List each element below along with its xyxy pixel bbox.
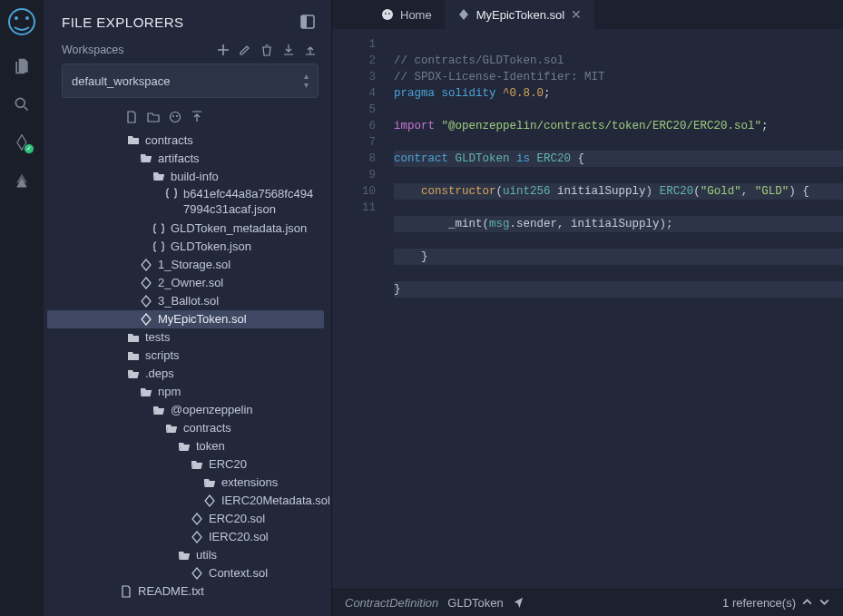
tree-item[interactable]: b641efc44a8a7568fc4947994c31acaf.json bbox=[47, 185, 324, 220]
sol-icon bbox=[191, 567, 203, 580]
status-name: GLDToken bbox=[447, 596, 503, 610]
svg-point-1 bbox=[15, 16, 18, 20]
tree-item[interactable]: Context.sol bbox=[47, 564, 324, 582]
folder-open-icon bbox=[178, 549, 191, 562]
deploy-icon[interactable] bbox=[12, 171, 32, 191]
search-icon[interactable] bbox=[12, 94, 32, 114]
sol-icon bbox=[140, 259, 152, 271]
code-content[interactable]: // contracts/GLDToken.sol // SPDX-Licens… bbox=[387, 29, 843, 589]
tree-item[interactable]: tests bbox=[47, 328, 324, 347]
tree-item-label: scripts bbox=[145, 348, 180, 362]
tree-item-label: .deps bbox=[145, 367, 174, 380]
compile-success-badge bbox=[24, 143, 34, 154]
sol-icon bbox=[191, 531, 203, 543]
tree-item[interactable]: scripts bbox=[47, 347, 324, 365]
create-workspace-icon[interactable] bbox=[217, 44, 230, 56]
new-file-icon[interactable] bbox=[125, 111, 138, 123]
tree-item[interactable]: contracts bbox=[47, 131, 324, 149]
code-editor[interactable]: 1234567891011 // contracts/GLDToken.sol … bbox=[332, 29, 843, 589]
tree-item[interactable]: npm bbox=[47, 383, 324, 401]
close-tab-icon[interactable]: ✕ bbox=[571, 7, 582, 22]
folder-open-icon bbox=[152, 170, 165, 182]
status-kind: ContractDefinition bbox=[345, 596, 438, 610]
workspace-select[interactable]: default_workspace ▴▾ bbox=[62, 64, 319, 98]
tree-item-label: contracts bbox=[183, 421, 231, 435]
tree-item[interactable]: GLDToken.json bbox=[47, 238, 324, 256]
gist-icon[interactable] bbox=[169, 111, 181, 123]
tree-item[interactable]: artifacts bbox=[47, 149, 324, 167]
workspaces-label: Workspaces bbox=[62, 44, 124, 56]
remix-logo[interactable] bbox=[5, 5, 38, 38]
svg-point-6 bbox=[171, 112, 181, 122]
collapse-panel-icon[interactable] bbox=[299, 13, 317, 31]
delete-workspace-icon[interactable] bbox=[260, 44, 273, 56]
tree-item[interactable]: 1_Storage.sol bbox=[47, 256, 324, 274]
upload-workspace-icon[interactable] bbox=[304, 44, 317, 56]
solidity-compiler-icon[interactable] bbox=[12, 132, 32, 152]
file-explorer-panel: FILE EXPLORERS Workspaces default_worksp… bbox=[44, 0, 332, 616]
share-icon[interactable] bbox=[513, 596, 524, 611]
tree-item-label: 2_Owner.sol bbox=[158, 276, 223, 289]
download-workspace-icon[interactable] bbox=[282, 44, 295, 56]
folder-icon bbox=[127, 349, 140, 362]
tab-bar: Home MyEpicToken.sol ✕ bbox=[332, 0, 843, 29]
tab-home-label: Home bbox=[400, 8, 432, 22]
tab-file[interactable]: MyEpicToken.sol ✕ bbox=[445, 0, 595, 29]
tree-item[interactable]: utils bbox=[47, 546, 324, 564]
upload-file-icon[interactable] bbox=[191, 111, 203, 123]
tree-item-label: build-info bbox=[171, 170, 219, 183]
references-count[interactable]: 1 reference(s) bbox=[722, 596, 796, 610]
tree-item-label: token bbox=[196, 439, 225, 453]
folder-icon bbox=[127, 331, 140, 344]
tree-item[interactable]: GLDToken_metadata.json bbox=[47, 220, 324, 238]
json-icon bbox=[165, 187, 178, 200]
folder-open-icon bbox=[165, 422, 178, 435]
svg-point-8 bbox=[176, 115, 178, 117]
folder-open-icon bbox=[178, 440, 191, 453]
tree-item-label: @openzeppelin bbox=[171, 403, 253, 416]
folder-open-icon bbox=[140, 152, 152, 164]
tree-item[interactable]: IERC20Metadata.sol bbox=[47, 492, 324, 510]
tree-item[interactable]: @openzeppelin bbox=[47, 401, 324, 419]
tree-item-label: tests bbox=[145, 330, 170, 344]
files-icon[interactable] bbox=[12, 56, 32, 76]
tree-item-label: IERC20Metadata.sol bbox=[221, 494, 330, 507]
solidity-file-icon bbox=[457, 8, 470, 21]
tree-item[interactable]: 3_Ballot.sol bbox=[47, 292, 324, 310]
folder-open-icon bbox=[203, 476, 216, 489]
tree-item-label: 3_Ballot.sol bbox=[158, 294, 219, 308]
activity-bar bbox=[0, 0, 44, 616]
tree-item[interactable]: ERC20 bbox=[47, 455, 324, 474]
tree-item[interactable]: ERC20.sol bbox=[47, 510, 324, 528]
home-icon bbox=[381, 8, 394, 21]
tree-item-label: utils bbox=[196, 548, 217, 562]
tree-item-label: IERC20.sol bbox=[209, 530, 269, 543]
tree-item-label: MyEpicToken.sol bbox=[158, 312, 247, 326]
svg-point-13 bbox=[388, 13, 390, 15]
tree-item-label: artifacts bbox=[158, 152, 200, 165]
tree-item-label: ERC20.sol bbox=[209, 512, 265, 525]
json-icon bbox=[152, 240, 165, 253]
tab-home[interactable]: Home bbox=[368, 0, 445, 29]
tree-item[interactable]: token bbox=[47, 437, 324, 455]
tree-item[interactable]: .deps bbox=[47, 365, 324, 383]
chevron-up-icon[interactable] bbox=[801, 596, 813, 611]
chevron-updown-icon: ▴▾ bbox=[304, 72, 309, 90]
rename-workspace-icon[interactable] bbox=[239, 44, 251, 56]
file-tree: contractsartifactsbuild-infob641efc44a8a… bbox=[44, 129, 331, 616]
tree-item[interactable]: IERC20.sol bbox=[47, 528, 324, 546]
tree-item[interactable]: README.txt bbox=[47, 582, 324, 601]
tree-item[interactable]: 2_Owner.sol bbox=[47, 274, 324, 292]
tree-item-label: README.txt bbox=[138, 584, 204, 598]
sol-icon bbox=[140, 295, 152, 308]
tree-item[interactable]: build-info bbox=[47, 167, 324, 185]
chevron-down-icon[interactable] bbox=[818, 596, 830, 611]
editor-area: Home MyEpicToken.sol ✕ 1234567891011 // … bbox=[332, 0, 843, 616]
file-icon bbox=[120, 585, 132, 598]
new-folder-icon[interactable] bbox=[147, 111, 160, 123]
tree-item[interactable]: MyEpicToken.sol bbox=[47, 310, 324, 328]
svg-point-12 bbox=[385, 13, 387, 15]
tree-item-label: GLDToken.json bbox=[171, 240, 251, 253]
tree-item[interactable]: contracts bbox=[47, 419, 324, 437]
tree-item[interactable]: extensions bbox=[47, 474, 324, 492]
